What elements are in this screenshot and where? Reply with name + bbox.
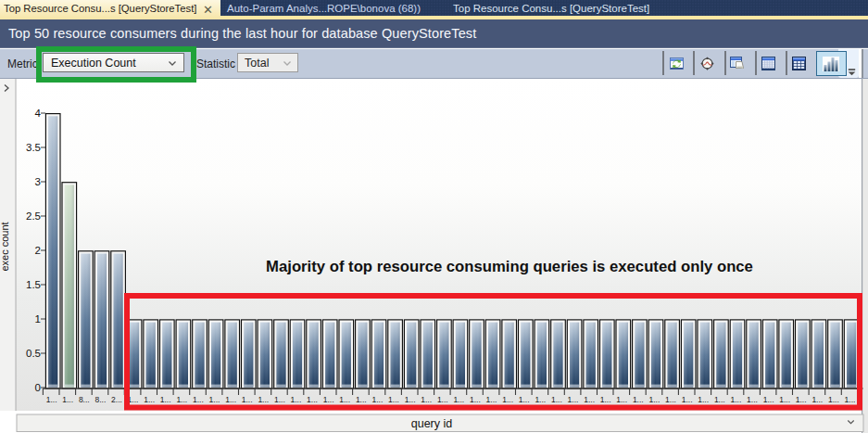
svg-text:1...: 1... bbox=[62, 395, 73, 404]
svg-text:3: 3 bbox=[35, 176, 41, 187]
svg-text:1...: 1... bbox=[258, 395, 269, 404]
svg-text:1...: 1... bbox=[698, 395, 709, 404]
svg-text:1...: 1... bbox=[453, 395, 464, 404]
svg-text:8...: 8... bbox=[79, 395, 90, 404]
svg-text:2.5: 2.5 bbox=[26, 210, 41, 222]
svg-text:1...: 1... bbox=[535, 395, 546, 404]
svg-text:8...: 8... bbox=[94, 395, 106, 404]
svg-text:1...: 1... bbox=[730, 395, 741, 404]
svg-text:1...: 1... bbox=[486, 395, 497, 404]
svg-text:1...: 1... bbox=[144, 395, 155, 404]
svg-text:2: 2 bbox=[35, 245, 41, 256]
svg-text:1...: 1... bbox=[388, 395, 399, 404]
svg-text:1...: 1... bbox=[600, 395, 611, 404]
svg-text:1...: 1... bbox=[193, 395, 204, 404]
svg-text:1...: 1... bbox=[811, 395, 823, 404]
svg-text:1...: 1... bbox=[160, 395, 171, 404]
svg-text:1...: 1... bbox=[519, 395, 530, 404]
svg-text:1...: 1... bbox=[665, 395, 676, 404]
svg-text:1...: 1... bbox=[682, 395, 693, 404]
svg-text:1...: 1... bbox=[356, 395, 367, 404]
svg-text:1...: 1... bbox=[584, 395, 595, 404]
svg-text:4: 4 bbox=[35, 108, 42, 119]
svg-text:1...: 1... bbox=[307, 395, 318, 404]
svg-text:1...: 1... bbox=[225, 395, 236, 404]
svg-text:1...: 1... bbox=[714, 395, 725, 404]
svg-text:1...: 1... bbox=[502, 395, 513, 404]
svg-text:Majority of top resource consu: Majority of top resource consuming queri… bbox=[266, 258, 753, 275]
svg-text:1...: 1... bbox=[470, 395, 481, 404]
svg-text:0: 0 bbox=[35, 382, 41, 393]
svg-text:1...: 1... bbox=[339, 395, 350, 404]
svg-text:1...: 1... bbox=[796, 395, 807, 404]
svg-text:1...: 1... bbox=[616, 395, 627, 404]
svg-text:1...: 1... bbox=[290, 395, 301, 404]
svg-text:1...: 1... bbox=[242, 395, 253, 404]
svg-text:0.5: 0.5 bbox=[26, 348, 41, 359]
svg-text:1...: 1... bbox=[747, 395, 758, 404]
svg-text:1...: 1... bbox=[779, 395, 790, 404]
svg-text:1...: 1... bbox=[633, 395, 644, 404]
svg-text:1...: 1... bbox=[421, 395, 432, 404]
svg-text:1...: 1... bbox=[46, 395, 57, 404]
svg-text:1...: 1... bbox=[763, 395, 774, 404]
svg-text:1.5: 1.5 bbox=[26, 279, 41, 290]
svg-text:1...: 1... bbox=[405, 395, 416, 404]
svg-text:1...: 1... bbox=[568, 395, 579, 404]
svg-text:1: 1 bbox=[35, 313, 41, 325]
svg-text:1...: 1... bbox=[551, 395, 562, 404]
svg-text:1...: 1... bbox=[845, 395, 856, 404]
svg-text:query id: query id bbox=[411, 417, 453, 430]
svg-text:1...: 1... bbox=[648, 395, 660, 404]
svg-text:1...: 1... bbox=[828, 395, 839, 404]
svg-text:1...: 1... bbox=[371, 395, 383, 404]
svg-text:1...: 1... bbox=[209, 395, 220, 404]
svg-text:1...: 1... bbox=[176, 395, 187, 404]
svg-text:exec count: exec count bbox=[0, 222, 10, 271]
svg-text:1...: 1... bbox=[437, 395, 448, 404]
svg-text:3.5: 3.5 bbox=[26, 142, 41, 153]
svg-text:1...: 1... bbox=[323, 395, 334, 404]
svg-text:1...: 1... bbox=[274, 395, 285, 404]
svg-text:2...: 2... bbox=[111, 395, 122, 404]
